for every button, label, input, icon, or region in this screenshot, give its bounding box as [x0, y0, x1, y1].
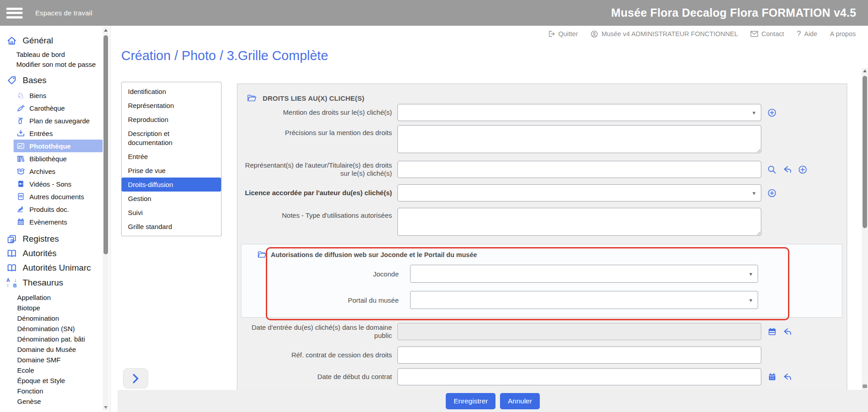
- sidebar-item-ecole[interactable]: Ecole: [0, 365, 110, 376]
- field-row-portail-musee: Portail du musée ▾: [241, 291, 842, 309]
- sidebar-item-epoque-et-style[interactable]: Époque et Style: [0, 376, 110, 386]
- sidebar-item-registres[interactable]: Registres: [0, 232, 110, 246]
- sidebar-scrollbar-thumb[interactable]: [104, 35, 108, 254]
- sidebar-item-label: Bases: [23, 75, 47, 85]
- content-scrollbar-thumb[interactable]: [863, 76, 867, 228]
- cancel-button[interactable]: Annuler: [500, 393, 539, 409]
- tab-entree[interactable]: Entrée: [122, 150, 221, 164]
- scroll-down-arrow-icon[interactable]: [863, 384, 867, 388]
- form-panel: DROITS LIES AU(X) CLICHE(S) Mention des …: [237, 84, 847, 412]
- sidebar-item-domaine-du-musee[interactable]: Domaine du Musée: [0, 345, 110, 355]
- sidebar-item-bibliotheque[interactable]: Bibliothèque: [14, 152, 103, 165]
- tab-prise-de-vue[interactable]: Prise de vue: [122, 164, 221, 178]
- sidebar-scrollbar[interactable]: [103, 27, 108, 411]
- undo-arrow-icon[interactable]: [783, 165, 792, 174]
- sidebar-item-entrees[interactable]: Entrées: [14, 127, 103, 140]
- tab-grille-standard[interactable]: Grille standard: [122, 220, 221, 234]
- sidebar-item-domaine-smf[interactable]: Domaine SMF: [0, 355, 110, 365]
- field-label: Joconde: [241, 270, 399, 278]
- application-window: Espaces de travail Musée Flora Decalog F…: [0, 0, 868, 412]
- sidebar-item-archives[interactable]: Archives: [14, 165, 103, 178]
- contact-link[interactable]: Contact: [750, 30, 784, 37]
- sidebar-item-biens[interactable]: ♘ Biens: [14, 89, 103, 102]
- sidebar-item-fonction[interactable]: Fonction: [0, 386, 110, 397]
- tab-identification[interactable]: Identification: [122, 84, 221, 98]
- undo-arrow-icon[interactable]: [783, 372, 792, 382]
- sidebar-item-autres-documents[interactable]: Autres documents: [14, 190, 103, 203]
- sidebar-item-label: Vidéos - Sons: [29, 180, 71, 188]
- calendar-grid-icon[interactable]: [767, 372, 777, 382]
- field-row-precisions: Précisions sur la mention des droits: [237, 125, 847, 155]
- field-label: Licence accordée par l'auteur du(es) cli…: [237, 189, 397, 197]
- content-scrollbar[interactable]: [862, 68, 868, 390]
- scroll-down-arrow-icon[interactable]: [103, 404, 108, 411]
- sidebar-item-biotope[interactable]: Biotope: [0, 303, 110, 314]
- folder-open-icon[interactable]: [247, 94, 256, 102]
- workspace-label[interactable]: Espaces de travail: [35, 9, 92, 17]
- ref-contrat-input[interactable]: [397, 346, 761, 364]
- sidebar-item-autorites[interactable]: Autorités: [0, 246, 110, 261]
- sidebar-item-autorites-unimarc[interactable]: Autorités Unimarc: [0, 261, 110, 275]
- sidebar-item-general[interactable]: Général: [0, 34, 110, 47]
- tab-reproduction[interactable]: Reproduction: [122, 112, 221, 126]
- add-circle-icon[interactable]: [767, 108, 777, 117]
- calendar-icon: [16, 218, 25, 226]
- date-debut-input[interactable]: [397, 368, 761, 385]
- sidebar-item-phototheque[interactable]: Photothèque: [14, 140, 103, 152]
- tab-suivi[interactable]: Suivi: [122, 206, 221, 220]
- sidebar-item-carotheque[interactable]: Carothèque: [14, 102, 103, 114]
- sidebar-item-videos-sons[interactable]: Vidéos - Sons: [14, 178, 103, 190]
- undo-arrow-icon[interactable]: [783, 327, 792, 337]
- calendar-icon[interactable]: [767, 327, 777, 337]
- tab-representation[interactable]: Représentation: [122, 98, 221, 112]
- scroll-up-arrow-icon[interactable]: [103, 27, 108, 33]
- licence-select[interactable]: ▾: [397, 184, 761, 201]
- portail-musee-select[interactable]: ▾: [410, 291, 758, 309]
- sidebar-item-denomination-pat-bati[interactable]: Dénomination pat. bâti: [0, 334, 110, 345]
- help-link[interactable]: ? Aide: [797, 29, 817, 38]
- notes-textarea[interactable]: [397, 208, 761, 236]
- joconde-select[interactable]: ▾: [410, 265, 758, 283]
- tag-icon: [6, 75, 17, 85]
- sidebar-item-denomination[interactable]: Dénomination: [0, 314, 110, 324]
- envelope-icon: [750, 31, 758, 37]
- paper-stack-icon: [16, 205, 25, 214]
- sidebar-item-tableau-de-bord[interactable]: Tableau de bord: [0, 49, 110, 59]
- mention-droits-select[interactable]: ▾: [397, 104, 761, 121]
- field-row-licence: Licence accordée par l'auteur du(es) cli…: [237, 184, 847, 201]
- scroll-up-arrow-icon[interactable]: [862, 68, 868, 74]
- sidebar-item-denomination-sn[interactable]: Dénomination (SN): [0, 324, 110, 334]
- quit-link[interactable]: Quitter: [548, 30, 578, 37]
- sidebar-item-produits-doc[interactable]: Produits doc.: [14, 203, 103, 215]
- hamburger-menu-icon[interactable]: [6, 8, 23, 19]
- sidebar-item-bases[interactable]: Bases: [0, 74, 110, 87]
- current-user[interactable]: Musée v4 ADMINISTRATEUR FONCTIONNEL: [590, 30, 738, 38]
- save-button[interactable]: Enregistrer: [446, 393, 495, 409]
- about-link[interactable]: A propos: [830, 30, 856, 37]
- tab-droits-diffusion[interactable]: Droits-diffusion: [122, 178, 221, 192]
- subsection-title: Autorisations de diffusion web sur Jocon…: [271, 251, 477, 258]
- tab-gestion[interactable]: Gestion: [122, 192, 221, 206]
- precisions-textarea[interactable]: [397, 125, 761, 153]
- sidebar-item-appellation[interactable]: Appellation: [0, 293, 110, 303]
- search-icon[interactable]: [767, 165, 777, 174]
- tab-description-et-documentation[interactable]: Description et documentation: [122, 126, 221, 150]
- folder-open-icon[interactable]: [258, 251, 266, 258]
- field-row-ref-contrat: Réf. contrat de cession des droits: [237, 346, 847, 364]
- sidebar-item-label: Registres: [23, 234, 59, 244]
- field-label: Mention des droits sur le(s) cliché(s): [237, 108, 397, 117]
- sidebar-item-label: Carothèque: [29, 104, 65, 112]
- sidebar-item-thesaurus[interactable]: A↓↑B Thesaurus: [0, 275, 110, 290]
- sidebar-item-modifier-mot-de-passe[interactable]: Modifier son mot de passe: [0, 59, 110, 69]
- expand-panel-button[interactable]: [123, 368, 148, 389]
- page-title: Création / Photo / 3.Grille Complète: [121, 48, 328, 63]
- sidebar-item-genese[interactable]: Genèse: [0, 397, 110, 407]
- sidebar-item-evenements[interactable]: Evènements: [14, 215, 103, 228]
- representant-input[interactable]: [397, 161, 761, 178]
- field-label: Précisions sur la mention des droits: [237, 125, 397, 137]
- date-domaine-public-input: [397, 323, 761, 340]
- add-circle-icon[interactable]: [798, 165, 807, 174]
- add-circle-icon[interactable]: [767, 188, 777, 198]
- sidebar-item-label: Général: [23, 36, 53, 46]
- sidebar-item-plan-de-sauvegarde[interactable]: Plan de sauvegarde: [14, 114, 103, 127]
